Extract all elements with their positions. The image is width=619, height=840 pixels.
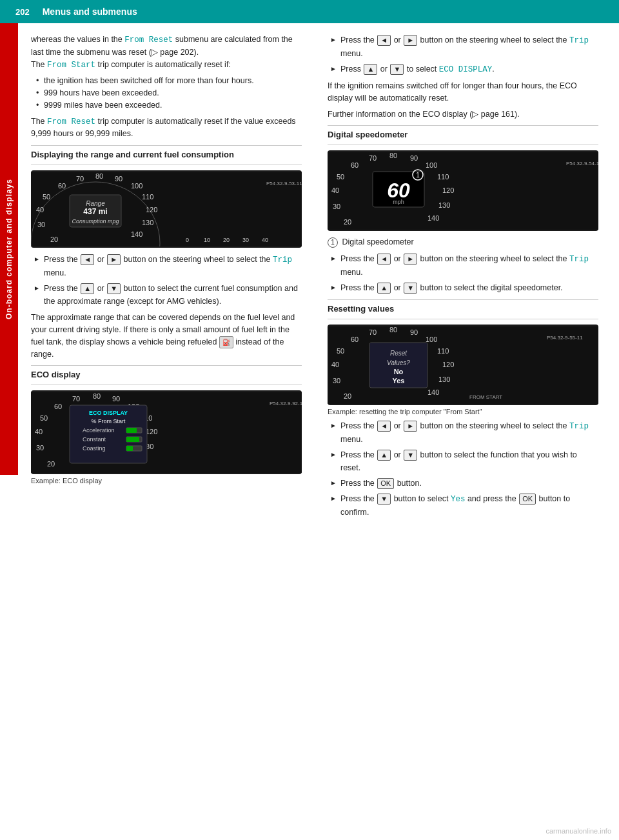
svg-text:P54.32-9-92-11: P54.32-9-92-11 bbox=[270, 401, 302, 406]
btn-ok-r3b: OK bbox=[519, 494, 536, 505]
bullet-item: the ignition has been switched off for m… bbox=[36, 75, 302, 87]
svg-text:80: 80 bbox=[389, 326, 397, 334]
svg-text:70: 70 bbox=[369, 154, 377, 162]
digital-speedo-image: 20 30 40 50 60 70 80 90 100 110 120 130 … bbox=[328, 150, 598, 231]
btn-left-r1: ◄ bbox=[377, 35, 391, 46]
svg-text:40: 40 bbox=[36, 206, 44, 214]
svg-text:20: 20 bbox=[344, 218, 351, 226]
para2: The From Reset trip computer is automati… bbox=[31, 115, 302, 141]
btn-ok-r3: OK bbox=[377, 478, 394, 489]
section2-title: ECO display bbox=[31, 370, 302, 379]
page-number: 202 bbox=[10, 7, 35, 17]
svg-text:140: 140 bbox=[427, 214, 439, 222]
left-column: whereas the values in the From Reset sub… bbox=[18, 34, 315, 523]
btn-left-r2: ◄ bbox=[377, 254, 391, 265]
svg-text:20: 20 bbox=[50, 235, 58, 243]
svg-text:mph: mph bbox=[393, 199, 404, 205]
btn-down-r3b: ▼ bbox=[377, 494, 391, 505]
svg-text:60: 60 bbox=[351, 335, 359, 343]
svg-text:% From Start: % From Start bbox=[91, 418, 126, 425]
eco-speedo-svg: 20 30 40 50 60 70 80 90 100 110 120 130 … bbox=[31, 392, 302, 473]
btn-down-r2: ▼ bbox=[404, 283, 417, 294]
footer-watermark: carmanualonline.info bbox=[545, 827, 611, 835]
svg-text:ECO DISPLAY: ECO DISPLAY bbox=[89, 410, 128, 416]
arrow-item: Press the ◄ or ► button on the steering … bbox=[34, 253, 302, 279]
circle-1: 1 bbox=[328, 237, 338, 248]
arrow-list1: Press the ◄ or ► button on the steering … bbox=[34, 253, 302, 308]
svg-rect-50 bbox=[126, 446, 133, 451]
divider2b bbox=[31, 385, 302, 385]
intro-paragraph: whereas the values in the From Reset sub… bbox=[31, 34, 302, 71]
svg-text:30: 30 bbox=[333, 203, 340, 210]
para-eco2: Further information on the ECO display (… bbox=[328, 108, 598, 121]
svg-text:Acceleration: Acceleration bbox=[83, 427, 115, 434]
arrow-item: Press the ▲ or ▼ button to select the cu… bbox=[34, 282, 302, 308]
btn-up-r3: ▲ bbox=[377, 450, 391, 461]
svg-text:60: 60 bbox=[54, 403, 62, 410]
eco-image-caption: Example: ECO display bbox=[31, 477, 302, 485]
right-column: Press the ◄ or ► button on the steering … bbox=[315, 34, 611, 523]
svg-text:P54.32-9-53-11: P54.32-9-53-11 bbox=[266, 181, 302, 186]
svg-text:Values?: Values? bbox=[387, 359, 410, 366]
btn-left-1: ◄ bbox=[81, 254, 94, 265]
from-start-mono: From Start bbox=[47, 61, 95, 70]
arrow-item: Press the ▲ or ▼ button to select the di… bbox=[330, 281, 598, 294]
btn-down-r1: ▼ bbox=[390, 64, 404, 75]
btn-up-r2: ▲ bbox=[377, 283, 391, 294]
svg-text:0: 0 bbox=[186, 237, 189, 243]
svg-text:30: 30 bbox=[37, 221, 45, 228]
svg-text:80: 80 bbox=[389, 152, 397, 159]
para3: The approximate range that can be covere… bbox=[31, 312, 302, 360]
arrow-item: Press the OK button. bbox=[330, 477, 598, 490]
arrow-item: Press ▲ or ▼ to select ECO DISPLAY. bbox=[330, 63, 598, 76]
svg-text:80: 80 bbox=[95, 172, 103, 180]
svg-text:120: 120 bbox=[442, 186, 454, 194]
trip-mono-r3: Trip bbox=[569, 422, 589, 431]
divider4 bbox=[328, 299, 598, 300]
btn-down-r3: ▼ bbox=[404, 450, 417, 461]
svg-text:30: 30 bbox=[242, 237, 249, 243]
divider3 bbox=[328, 125, 598, 126]
svg-text:437 mi: 437 mi bbox=[83, 207, 107, 216]
para-eco1: If the ignition remains switched off for… bbox=[328, 80, 598, 105]
svg-text:100: 100 bbox=[426, 335, 437, 343]
svg-rect-44 bbox=[126, 428, 137, 433]
svg-text:FROM START: FROM START bbox=[469, 394, 502, 400]
section1-title: Displaying the range and current fuel co… bbox=[31, 150, 302, 159]
svg-text:50: 50 bbox=[337, 173, 344, 181]
btn-up-r1: ▲ bbox=[364, 64, 377, 75]
trip-mono-r1: Trip bbox=[569, 36, 589, 45]
bullet-item: 9999 miles have been exceeded. bbox=[36, 99, 302, 112]
divider3b bbox=[328, 145, 598, 145]
arrow-item: Press the ▼ button to select Yes and pre… bbox=[330, 492, 598, 519]
svg-text:1: 1 bbox=[416, 172, 420, 179]
svg-text:20: 20 bbox=[344, 392, 351, 400]
fuel-icon: ⛽ bbox=[219, 336, 233, 348]
digital-speedo-svg: 20 30 40 50 60 70 80 90 100 110 120 130 … bbox=[328, 152, 598, 230]
svg-text:70: 70 bbox=[369, 328, 377, 336]
arrow-list-right2: Press the ◄ or ► button on the steering … bbox=[330, 252, 598, 294]
reset-values-image: 20 30 40 50 60 70 80 90 100 110 120 130 … bbox=[328, 325, 598, 405]
btn-right-r1: ► bbox=[404, 35, 417, 46]
svg-text:120: 120 bbox=[146, 428, 157, 435]
svg-text:Reset: Reset bbox=[390, 350, 408, 357]
svg-text:40: 40 bbox=[35, 428, 43, 435]
btn-right-1: ► bbox=[107, 254, 121, 265]
svg-text:Constant: Constant bbox=[83, 436, 106, 443]
reset-speedo-svg: 20 30 40 50 60 70 80 90 100 110 120 130 … bbox=[328, 326, 598, 404]
arrow-item: Press the ▲ or ▼ button to select the fu… bbox=[330, 448, 598, 474]
header-bar: 202 Menus and submenus bbox=[0, 0, 619, 23]
svg-text:130: 130 bbox=[142, 219, 153, 226]
svg-text:50: 50 bbox=[40, 414, 48, 422]
from-reset2-mono: From Reset bbox=[47, 117, 95, 126]
svg-text:100: 100 bbox=[426, 161, 437, 169]
svg-text:40: 40 bbox=[331, 361, 339, 368]
svg-text:120: 120 bbox=[442, 361, 454, 368]
svg-text:140: 140 bbox=[131, 230, 142, 238]
svg-text:90: 90 bbox=[112, 395, 120, 403]
svg-text:30: 30 bbox=[333, 377, 340, 385]
svg-text:Coasting: Coasting bbox=[83, 445, 106, 452]
svg-text:50: 50 bbox=[337, 347, 344, 355]
digital-speedo-caption: 1 Digital speedometer bbox=[328, 236, 598, 248]
main-content: whereas the values in the From Reset sub… bbox=[18, 23, 619, 533]
